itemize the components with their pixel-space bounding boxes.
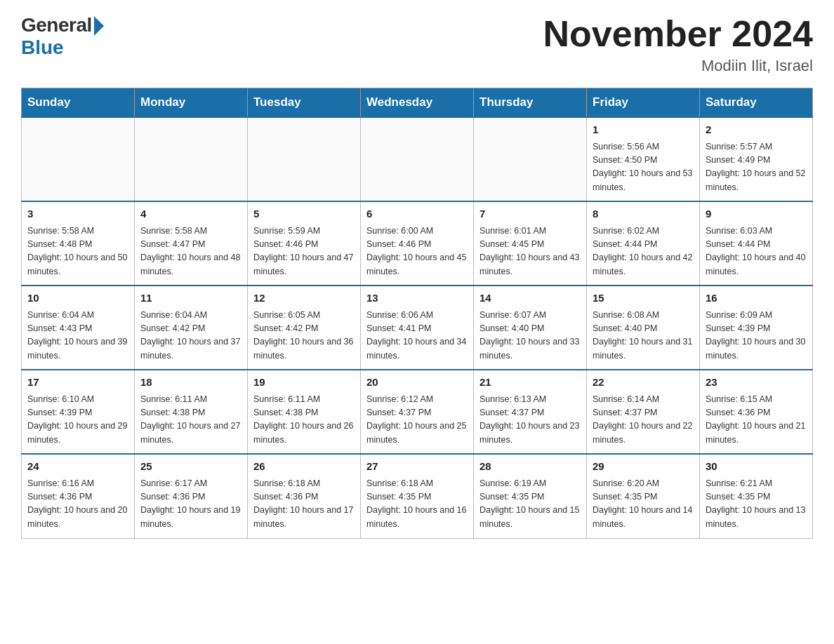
calendar-day-cell: 9Sunrise: 6:03 AMSunset: 4:44 PMDaylight… bbox=[700, 201, 813, 286]
day-info: Sunrise: 6:20 AMSunset: 4:35 PMDaylight:… bbox=[593, 477, 694, 532]
day-number: 15 bbox=[593, 290, 694, 307]
calendar-day-cell bbox=[22, 117, 135, 201]
day-info: Sunrise: 6:15 AMSunset: 4:36 PMDaylight:… bbox=[706, 393, 807, 448]
calendar-week-row: 1Sunrise: 5:56 AMSunset: 4:50 PMDaylight… bbox=[22, 117, 813, 201]
day-number: 11 bbox=[140, 290, 241, 307]
logo-blue-text: Blue bbox=[21, 36, 64, 59]
day-info: Sunrise: 6:19 AMSunset: 4:35 PMDaylight:… bbox=[479, 477, 581, 532]
calendar-day-cell: 8Sunrise: 6:02 AMSunset: 4:44 PMDaylight… bbox=[587, 201, 700, 286]
day-number: 8 bbox=[593, 206, 694, 222]
day-number: 17 bbox=[27, 375, 128, 391]
day-number: 9 bbox=[706, 206, 807, 222]
calendar-day-cell bbox=[361, 117, 474, 201]
day-number: 23 bbox=[706, 375, 807, 391]
calendar-day-cell: 26Sunrise: 6:18 AMSunset: 4:36 PMDayligh… bbox=[248, 454, 361, 538]
day-number: 6 bbox=[366, 206, 468, 222]
day-info: Sunrise: 5:59 AMSunset: 4:46 PMDaylight:… bbox=[253, 224, 355, 279]
calendar-week-row: 3Sunrise: 5:58 AMSunset: 4:48 PMDaylight… bbox=[22, 201, 813, 286]
day-number: 2 bbox=[706, 122, 807, 138]
calendar-day-cell: 28Sunrise: 6:19 AMSunset: 4:35 PMDayligh… bbox=[474, 454, 587, 538]
calendar-day-cell: 30Sunrise: 6:21 AMSunset: 4:35 PMDayligh… bbox=[700, 454, 813, 538]
day-number: 14 bbox=[479, 290, 581, 307]
calendar-day-cell: 29Sunrise: 6:20 AMSunset: 4:35 PMDayligh… bbox=[587, 454, 700, 538]
day-of-week-header: Saturday bbox=[700, 88, 813, 118]
day-number: 10 bbox=[27, 290, 128, 307]
logo-arrow-icon bbox=[94, 16, 104, 36]
day-info: Sunrise: 5:58 AMSunset: 4:48 PMDaylight:… bbox=[27, 224, 128, 279]
day-info: Sunrise: 6:10 AMSunset: 4:39 PMDaylight:… bbox=[27, 393, 128, 448]
calendar-day-cell: 13Sunrise: 6:06 AMSunset: 4:41 PMDayligh… bbox=[361, 286, 474, 370]
title-area: November 2024 Modiin Ilit, Israel bbox=[543, 14, 813, 75]
day-number: 19 bbox=[253, 375, 355, 391]
day-number: 7 bbox=[479, 206, 581, 222]
calendar-day-cell bbox=[135, 117, 248, 201]
day-number: 3 bbox=[27, 206, 128, 222]
calendar-table: SundayMondayTuesdayWednesdayThursdayFrid… bbox=[21, 88, 813, 539]
day-of-week-header: Friday bbox=[587, 88, 700, 118]
calendar-day-cell: 6Sunrise: 6:00 AMSunset: 4:46 PMDaylight… bbox=[361, 201, 474, 286]
day-number: 21 bbox=[479, 375, 581, 391]
calendar-day-cell: 3Sunrise: 5:58 AMSunset: 4:48 PMDaylight… bbox=[22, 201, 135, 286]
day-number: 26 bbox=[253, 459, 355, 475]
calendar-day-cell: 4Sunrise: 5:58 AMSunset: 4:47 PMDaylight… bbox=[135, 201, 248, 286]
page-header: General Blue November 2024 Modiin Ilit, … bbox=[21, 14, 813, 75]
calendar-day-cell: 1Sunrise: 5:56 AMSunset: 4:50 PMDaylight… bbox=[587, 117, 700, 201]
day-info: Sunrise: 5:58 AMSunset: 4:47 PMDaylight:… bbox=[140, 224, 241, 279]
day-of-week-header: Sunday bbox=[22, 88, 135, 118]
calendar-day-cell: 10Sunrise: 6:04 AMSunset: 4:43 PMDayligh… bbox=[22, 286, 135, 370]
calendar-day-cell: 14Sunrise: 6:07 AMSunset: 4:40 PMDayligh… bbox=[474, 286, 587, 370]
month-title: November 2024 bbox=[543, 14, 813, 54]
day-info: Sunrise: 6:18 AMSunset: 4:36 PMDaylight:… bbox=[253, 477, 355, 532]
day-info: Sunrise: 6:04 AMSunset: 4:43 PMDaylight:… bbox=[27, 309, 128, 363]
day-info: Sunrise: 5:57 AMSunset: 4:49 PMDaylight:… bbox=[706, 140, 807, 195]
day-info: Sunrise: 5:56 AMSunset: 4:50 PMDaylight:… bbox=[593, 140, 694, 195]
calendar-day-cell: 23Sunrise: 6:15 AMSunset: 4:36 PMDayligh… bbox=[700, 370, 813, 454]
day-info: Sunrise: 6:05 AMSunset: 4:42 PMDaylight:… bbox=[253, 309, 355, 363]
calendar-day-cell: 11Sunrise: 6:04 AMSunset: 4:42 PMDayligh… bbox=[135, 286, 248, 370]
calendar-day-cell: 24Sunrise: 6:16 AMSunset: 4:36 PMDayligh… bbox=[22, 454, 135, 538]
day-info: Sunrise: 6:07 AMSunset: 4:40 PMDaylight:… bbox=[479, 309, 581, 363]
day-info: Sunrise: 6:00 AMSunset: 4:46 PMDaylight:… bbox=[366, 224, 468, 279]
day-info: Sunrise: 6:02 AMSunset: 4:44 PMDaylight:… bbox=[593, 224, 694, 279]
calendar-day-cell: 16Sunrise: 6:09 AMSunset: 4:39 PMDayligh… bbox=[700, 286, 813, 370]
calendar-week-row: 24Sunrise: 6:16 AMSunset: 4:36 PMDayligh… bbox=[22, 454, 813, 538]
day-of-week-header: Wednesday bbox=[361, 88, 474, 118]
day-info: Sunrise: 6:06 AMSunset: 4:41 PMDaylight:… bbox=[366, 309, 468, 363]
day-number: 18 bbox=[140, 375, 241, 391]
calendar-day-cell: 18Sunrise: 6:11 AMSunset: 4:38 PMDayligh… bbox=[135, 370, 248, 454]
day-number: 27 bbox=[366, 459, 468, 475]
day-info: Sunrise: 6:21 AMSunset: 4:35 PMDaylight:… bbox=[706, 477, 807, 532]
day-number: 4 bbox=[140, 206, 241, 222]
day-info: Sunrise: 6:03 AMSunset: 4:44 PMDaylight:… bbox=[706, 224, 807, 279]
day-info: Sunrise: 6:17 AMSunset: 4:36 PMDaylight:… bbox=[140, 477, 241, 532]
location: Modiin Ilit, Israel bbox=[543, 57, 813, 75]
day-info: Sunrise: 6:13 AMSunset: 4:37 PMDaylight:… bbox=[479, 393, 581, 448]
day-info: Sunrise: 6:09 AMSunset: 4:39 PMDaylight:… bbox=[706, 309, 807, 363]
calendar-day-cell: 19Sunrise: 6:11 AMSunset: 4:38 PMDayligh… bbox=[248, 370, 361, 454]
day-of-week-header: Thursday bbox=[474, 88, 587, 118]
day-number: 28 bbox=[479, 459, 581, 475]
day-info: Sunrise: 6:12 AMSunset: 4:37 PMDaylight:… bbox=[366, 393, 468, 448]
day-number: 13 bbox=[366, 290, 468, 307]
day-number: 20 bbox=[366, 375, 468, 391]
calendar-day-cell: 2Sunrise: 5:57 AMSunset: 4:49 PMDaylight… bbox=[700, 117, 813, 201]
day-info: Sunrise: 6:16 AMSunset: 4:36 PMDaylight:… bbox=[27, 477, 128, 532]
day-info: Sunrise: 6:11 AMSunset: 4:38 PMDaylight:… bbox=[140, 393, 241, 448]
logo: General Blue bbox=[21, 14, 104, 59]
day-of-week-header: Tuesday bbox=[248, 88, 361, 118]
calendar-day-cell: 7Sunrise: 6:01 AMSunset: 4:45 PMDaylight… bbox=[474, 201, 587, 286]
day-number: 25 bbox=[140, 459, 241, 475]
calendar-day-cell bbox=[474, 117, 587, 201]
day-info: Sunrise: 6:14 AMSunset: 4:37 PMDaylight:… bbox=[593, 393, 694, 448]
day-info: Sunrise: 6:08 AMSunset: 4:40 PMDaylight:… bbox=[593, 309, 694, 363]
day-number: 16 bbox=[706, 290, 807, 307]
calendar-day-cell: 20Sunrise: 6:12 AMSunset: 4:37 PMDayligh… bbox=[361, 370, 474, 454]
calendar-day-cell: 5Sunrise: 5:59 AMSunset: 4:46 PMDaylight… bbox=[248, 201, 361, 286]
calendar-day-cell: 22Sunrise: 6:14 AMSunset: 4:37 PMDayligh… bbox=[587, 370, 700, 454]
day-number: 29 bbox=[593, 459, 694, 475]
day-number: 24 bbox=[27, 459, 128, 475]
calendar-day-cell bbox=[248, 117, 361, 201]
calendar-week-row: 17Sunrise: 6:10 AMSunset: 4:39 PMDayligh… bbox=[22, 370, 813, 454]
day-info: Sunrise: 6:11 AMSunset: 4:38 PMDaylight:… bbox=[253, 393, 355, 448]
day-number: 1 bbox=[593, 122, 694, 138]
